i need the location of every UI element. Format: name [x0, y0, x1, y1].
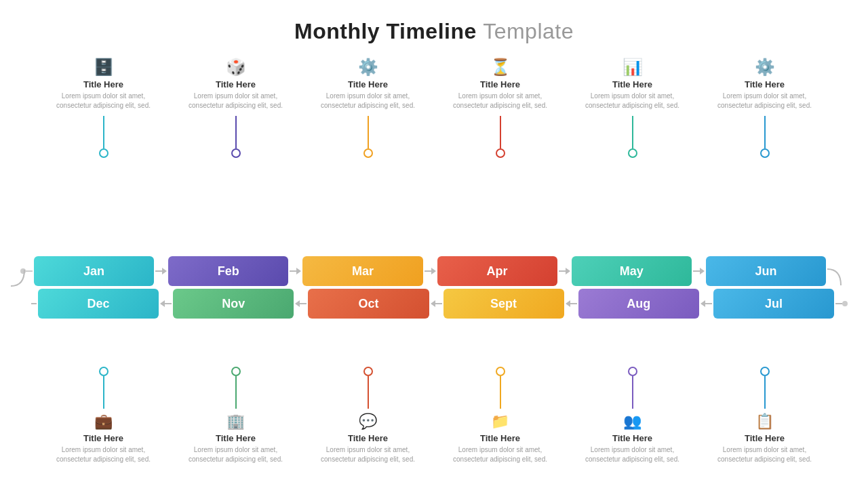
month-feb: Feb: [168, 256, 288, 286]
dot-jun-top: [760, 148, 770, 158]
vline-apr-top: [500, 116, 501, 148]
month-apr: Apr: [437, 256, 557, 286]
curve-connector-left: [11, 286, 31, 320]
vline-jul-bottom: [764, 376, 766, 409]
start-line: [26, 270, 33, 272]
dot-apr-top: [496, 148, 505, 158]
timeline-container: 🗄️ Title Here Lorem ipsum dolor sit amet…: [0, 51, 868, 471]
month-aug: Aug: [578, 289, 699, 319]
top-item-jun: ⚙️ Title Here Lorem ipsum dolor sit amet…: [712, 58, 817, 158]
dot-aug-bottom: [628, 367, 637, 376]
team-icon: 👥: [623, 413, 642, 430]
building-icon: 🏢: [226, 413, 245, 430]
dot-oct-bottom: [363, 367, 373, 376]
dot-jul-bottom: [760, 367, 770, 376]
dot-dec-bottom: [99, 367, 108, 376]
vline-dec-bottom: [103, 376, 104, 409]
vline-jan-top: [103, 116, 104, 148]
month-oct: Oct: [308, 289, 429, 319]
bottom-item-nov: 🏢 Title Here Lorem ipsum dolor sit amet,…: [183, 367, 288, 464]
end-dot: [842, 301, 848, 306]
month-mar: Mar: [302, 256, 422, 286]
vline-mar-top: [368, 116, 369, 148]
vline-jun-top: [764, 116, 766, 148]
curve-connector-right: [827, 254, 848, 288]
month-may: May: [572, 256, 692, 286]
top-item-apr: ⏳ Title Here Lorem ipsum dolor sit amet,…: [448, 58, 553, 158]
top-item-mar: ⚙️ Title Here Lorem ipsum dolor sit amet…: [315, 58, 420, 158]
bottom-item-sept: 📁 Title Here Lorem ipsum dolor sit amet,…: [448, 367, 553, 464]
clipboard-icon: 📋: [755, 413, 774, 430]
bottom-item-aug: 👥 Title Here Lorem ipsum dolor sit amet,…: [580, 367, 685, 464]
month-jun: Jun: [706, 256, 826, 286]
bottom-item-jul: 📋 Title Here Lorem ipsum dolor sit amet,…: [712, 367, 817, 464]
dot-may-top: [628, 148, 637, 158]
top-item-feb: 🎲 Title Here Lorem ipsum dolor sit amet,…: [183, 58, 288, 158]
dot-nov-bottom: [231, 367, 241, 376]
bottom-item-dec: 💼 Title Here Lorem ipsum dolor sit amet,…: [51, 367, 156, 464]
gear-icon: ⚙️: [358, 58, 378, 77]
month-jan: Jan: [34, 256, 154, 286]
vline-aug-bottom: [632, 376, 633, 409]
chart-icon: 📊: [623, 58, 643, 77]
bottom-timeline-row: Dec Nov Oct Sept Aug Jul: [20, 288, 848, 319]
top-item-jan: 🗄️ Title Here Lorem ipsum dolor sit amet…: [51, 58, 156, 158]
bottom-item-oct: 💬 Title Here Lorem ipsum dolor sit amet,…: [315, 367, 420, 464]
vline-nov-bottom: [235, 376, 237, 409]
dot-jan-top: [99, 148, 108, 158]
hourglass-icon: ⏳: [490, 58, 511, 77]
settings-icon: ⚙️: [755, 58, 775, 77]
vline-may-top: [632, 116, 633, 148]
dot-feb-top: [231, 148, 241, 158]
vline-oct-bottom: [368, 376, 369, 409]
vline-feb-top: [235, 116, 237, 148]
bottom-items-row: 💼 Title Here Lorem ipsum dolor sit amet,…: [37, 367, 831, 464]
folder-icon: 📁: [491, 413, 509, 430]
page-title: Monthly Timeline Template: [0, 0, 868, 44]
month-dec: Dec: [38, 289, 159, 319]
chat-icon: 💬: [359, 413, 377, 430]
dot-mar-top: [363, 148, 373, 158]
database-icon: 🗄️: [94, 58, 114, 77]
briefcase-icon: 💼: [94, 413, 113, 430]
vline-sept-bottom: [500, 376, 501, 409]
month-sept: Sept: [443, 289, 564, 319]
dot-sept-bottom: [496, 367, 505, 376]
month-jul: Jul: [713, 289, 834, 319]
top-item-may: 📊 Title Here Lorem ipsum dolor sit amet,…: [580, 58, 685, 158]
month-nov: Nov: [173, 289, 294, 319]
dice-icon: 🎲: [226, 58, 246, 77]
top-timeline-row: Jan Feb Mar Apr May Jun: [20, 256, 848, 287]
top-items-row: 🗄️ Title Here Lorem ipsum dolor sit amet…: [37, 58, 831, 158]
